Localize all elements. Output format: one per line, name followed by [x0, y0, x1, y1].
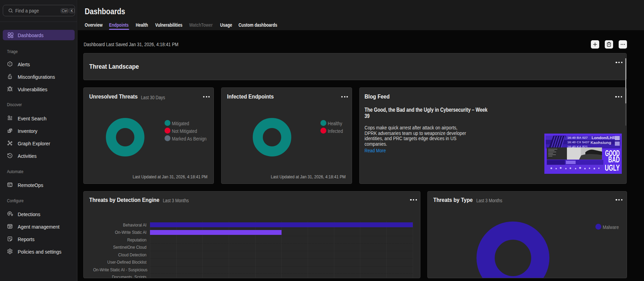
svg-text:16:40 CX 5437: 16:40 CX 5437 — [567, 140, 589, 144]
svg-text:London/LHR: London/LHR — [592, 136, 616, 140]
svg-text:UGLY: UGLY — [605, 163, 620, 172]
svg-text:BAD: BAD — [608, 155, 620, 164]
svg-text:Kaohsiung: Kaohsiung — [591, 140, 611, 145]
svg-text:16:40 BA 027: 16:40 BA 027 — [567, 136, 588, 139]
